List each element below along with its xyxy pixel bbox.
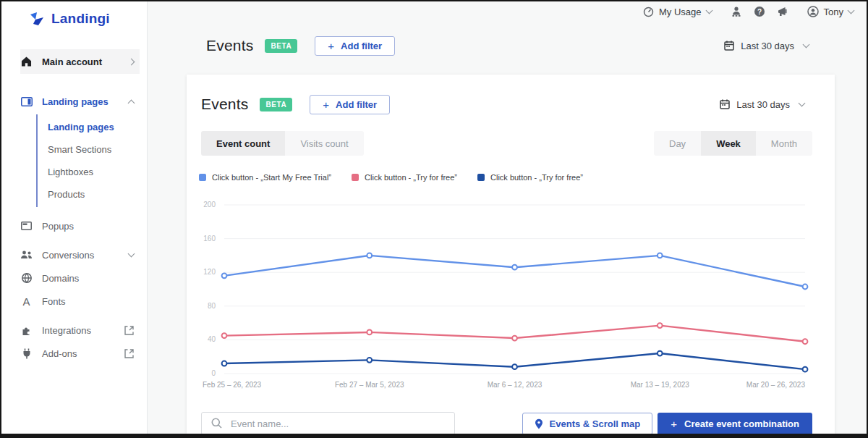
card-title: Events: [201, 96, 248, 113]
tab-visits-count[interactable]: Visits count: [285, 131, 363, 156]
sidebar-item-label: Popups: [42, 221, 74, 232]
app-window: Landingi Main account Landing pages Land…: [0, 0, 868, 438]
data-point: [658, 351, 663, 356]
create-event-combination-button[interactable]: + Create event combination: [658, 413, 812, 435]
event-search: [201, 412, 455, 435]
legend-label: Click button - „Try for free”: [490, 173, 583, 182]
sidebar-group-landing-pages[interactable]: Landing pages: [20, 90, 140, 113]
external-link-icon: [124, 349, 134, 358]
add-filter-button[interactable]: + Add filter: [315, 36, 395, 56]
page-header: Events BETA + Add filter Last 30 days: [148, 33, 867, 58]
events-card: Events BETA + Add filter: [187, 75, 835, 434]
chevron-down-icon: [799, 100, 806, 107]
external-link-icon: [124, 326, 134, 335]
plug-icon: [20, 348, 33, 359]
legend-swatch-icon: [199, 174, 206, 181]
landingi-logo-icon: [29, 11, 45, 27]
date-range-label: Last 30 days: [736, 99, 790, 110]
plus-icon: +: [328, 41, 334, 51]
legend-item: Click button - „Try for free”: [352, 173, 457, 182]
chevron-down-icon: [128, 250, 135, 258]
date-range-picker[interactable]: Last 30 days: [720, 99, 804, 110]
sidebar-item-label: Fonts: [42, 296, 66, 307]
data-point: [803, 367, 808, 372]
x-tick-label: Feb 25 – 26, 2023: [203, 381, 262, 389]
chart-legend: Click button - „Start My Free Trial”Clic…: [199, 173, 583, 182]
tab-day[interactable]: Day: [654, 131, 701, 156]
data-point: [222, 361, 227, 366]
chevron-up-icon: [128, 99, 135, 106]
location-pin-icon: [535, 418, 543, 429]
sidebar-item-label: Add-ons: [42, 348, 77, 359]
add-filter-label: Add filter: [341, 41, 382, 51]
sidebar-item-add-ons[interactable]: Add-ons: [20, 342, 140, 365]
conversions-icon: [20, 249, 33, 261]
chevron-right-icon: [128, 58, 135, 65]
beta-badge: BETA: [260, 98, 292, 111]
events-scroll-map-button[interactable]: Events & Scroll map: [522, 413, 653, 435]
data-point: [367, 253, 372, 258]
tab-week[interactable]: Week: [701, 131, 756, 156]
y-tick-label: 0: [211, 369, 216, 377]
landing-pages-icon: [20, 96, 33, 107]
data-point: [512, 364, 517, 369]
card-footer: Events & Scroll map + Create event combi…: [187, 412, 835, 435]
globe-icon: [20, 272, 33, 284]
calendar-icon: [720, 99, 730, 109]
data-point: [222, 333, 227, 338]
sidebar-item-conversions[interactable]: Conversions: [20, 243, 140, 266]
landingi-logo[interactable]: Landingi: [1, 1, 147, 27]
calendar-icon: [724, 41, 734, 51]
data-point: [512, 265, 517, 270]
data-point: [367, 330, 372, 335]
fonts-icon: A: [20, 295, 33, 307]
y-tick-label: 80: [208, 302, 216, 310]
y-tick-label: 200: [203, 201, 216, 209]
data-point: [512, 336, 517, 341]
sidebar-group-label: Landing pages: [42, 96, 109, 107]
sidebar-item-lightboxes[interactable]: Lightboxes: [38, 161, 140, 183]
sidebar-item-label: Domains: [42, 273, 79, 284]
legend-swatch-icon: [477, 174, 485, 181]
sidebar-item-label: Conversions: [42, 250, 94, 261]
sidebar-item-label: Integrations: [42, 325, 91, 336]
landing-pages-submenu: Landing pages Smart Sections Lightboxes …: [36, 114, 140, 207]
sidebar: Landingi Main account Landing pages Land…: [1, 1, 148, 434]
search-icon: [211, 418, 222, 429]
series-line: [224, 256, 805, 287]
sidebar-item-fonts[interactable]: A Fonts: [20, 290, 140, 313]
sidebar-item-popups[interactable]: Popups: [20, 214, 140, 237]
sidebar-item-landing-pages[interactable]: Landing pages: [38, 116, 140, 138]
x-tick-label: Mar 6 – 12, 2023: [488, 381, 542, 389]
period-tab-group: Day Week Month: [654, 131, 812, 156]
sidebar-item-main-account[interactable]: Main account: [20, 49, 140, 74]
add-filter-button[interactable]: + Add filter: [310, 95, 390, 114]
count-tab-group: Event count Visits count: [201, 131, 364, 156]
date-range-label: Last 30 days: [741, 41, 794, 51]
puzzle-icon: [20, 324, 33, 336]
add-filter-label: Add filter: [336, 99, 377, 110]
y-tick-label: 120: [203, 268, 216, 276]
page-title: Events: [206, 37, 253, 54]
line-chart-svg: 04080120160200Feb 25 – 26, 2023Feb 27 – …: [197, 198, 830, 392]
beta-badge: BETA: [265, 39, 297, 53]
sidebar-item-products[interactable]: Products: [38, 183, 140, 206]
legend-label: Click button - „Try for free”: [365, 173, 457, 182]
event-name-input[interactable]: [201, 412, 455, 435]
x-tick-label: Mar 20 – 26, 2023: [746, 381, 806, 389]
legend-label: Click button - „Start My Free Trial”: [212, 173, 331, 182]
data-point: [803, 285, 808, 290]
x-tick-label: Feb 27 – Mar 5, 2023: [335, 381, 404, 389]
tab-event-count[interactable]: Event count: [201, 131, 285, 156]
legend-item: Click button - „Try for free”: [477, 173, 583, 182]
sidebar-item-domains[interactable]: Domains: [20, 266, 140, 290]
sidebar-item-smart-sections[interactable]: Smart Sections: [38, 138, 140, 161]
x-tick-label: Mar 13 – 19, 2023: [631, 381, 690, 389]
chevron-down-icon: [803, 41, 810, 49]
tab-month[interactable]: Month: [756, 131, 812, 156]
y-tick-label: 40: [208, 335, 216, 343]
data-point: [803, 339, 808, 344]
sidebar-item-integrations[interactable]: Integrations: [20, 319, 140, 342]
legend-item: Click button - „Start My Free Trial”: [199, 173, 331, 182]
date-range-picker[interactable]: Last 30 days: [724, 41, 809, 51]
